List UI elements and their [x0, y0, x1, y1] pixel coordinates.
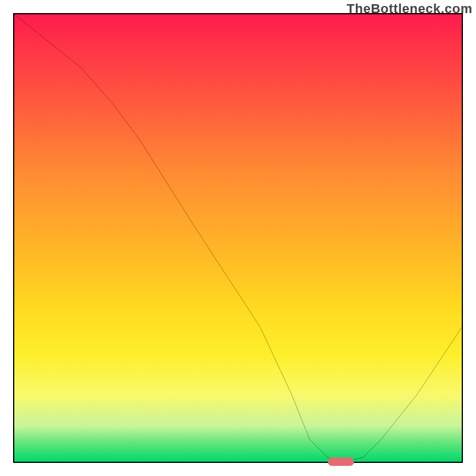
- bottleneck-curve-line: [14, 14, 462, 462]
- optimal-point-marker: [328, 458, 354, 466]
- curve-path: [14, 14, 462, 462]
- chart-plot-area: [13, 13, 463, 463]
